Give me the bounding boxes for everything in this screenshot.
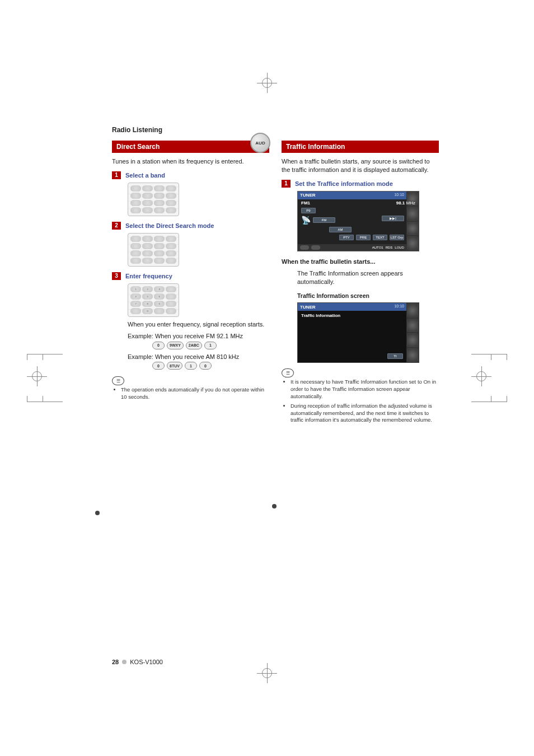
margin-dot (95, 511, 100, 515)
registration-mark (257, 663, 277, 683)
ss2-title: TUNER (300, 305, 316, 310)
note-icon (112, 376, 124, 385)
traffic-info-column: Traffic Information When a traffic bulle… (282, 141, 439, 426)
key: 2ABC (186, 342, 202, 349)
direct-search-header: Direct Search AUD (112, 141, 269, 153)
margin-dot (272, 504, 277, 508)
ss-loud: LOUD (395, 246, 404, 249)
ti-screenshot: TUNER 10:10 Traffic Information TI (297, 302, 419, 363)
ss2-body: Traffic Information (298, 311, 419, 320)
direct-search-intro: Tunes in a station when its frequency is… (112, 157, 269, 166)
traffic-intro: When a traffic bulletin starts, any sour… (282, 157, 439, 174)
right-notes: It is necessary to have Traffic Informat… (291, 379, 439, 424)
ss2-time: 10:10 (393, 303, 405, 309)
step-1-badge: 1 (112, 171, 121, 179)
ti-screen-label: Traffic Information screen (297, 292, 439, 299)
ss-preset: P9 (301, 208, 316, 213)
step-2-label: Select the Direct Search mode (125, 222, 214, 229)
key: 0 (152, 362, 165, 370)
key: 1 (204, 342, 217, 349)
traffic-step-label: Set the Traffice information mode (295, 180, 393, 187)
key: 8TUV (167, 362, 182, 370)
step-3-badge: 3 (112, 272, 121, 280)
traffic-step-badge: 1 (282, 180, 291, 188)
fm-button: FM (313, 217, 335, 223)
ss2-side-icons (406, 303, 419, 362)
ss-unit: MHz (406, 200, 415, 206)
ss-title: TUNER (300, 193, 316, 198)
remote-illustration-3: 123 456 789 0 (128, 283, 179, 317)
antenna-icon: 📡 (301, 216, 311, 225)
fm-key-row: 0 9WXY 2ABC 1 (152, 342, 269, 349)
step-2-badge: 2 (112, 222, 121, 230)
left-notes: The operation ends automatically if you … (121, 386, 269, 401)
example-am: Example: When you receive AM 810 kHz (128, 353, 269, 361)
page-footer: 28 KOS-V1000 (112, 659, 163, 665)
bulletin-body: The Traffic Information screen appears a… (297, 269, 439, 286)
ss-btn: PRE (356, 235, 371, 240)
model-name: KOS-V1000 (130, 659, 163, 665)
ss-time: 10:10 (393, 192, 405, 198)
ss-btn: TEXT (373, 235, 387, 240)
freq-note: When you enter frequency, signal recepti… (128, 320, 269, 329)
step-1-label: Select a band (125, 172, 165, 179)
bulletin-heading: When the traffic bulletin starts... (282, 258, 439, 265)
key: 0 (152, 342, 165, 349)
am-key-row: 0 8TUV 1 0 (152, 362, 269, 370)
am-button: AM (329, 227, 352, 232)
direct-search-column: Direct Search AUD Tunes in a station whe… (112, 141, 269, 426)
ss-rds: RDS (386, 246, 393, 249)
ss-freq: 98.1 (396, 200, 405, 206)
step-3-label: Enter frequency (125, 273, 172, 279)
key: 0 (199, 362, 212, 370)
example-fm: Example: When you receive FM 92.1 MHz (128, 332, 269, 340)
direct-search-title: Direct Search (116, 143, 160, 151)
traffic-title: Traffic Information (286, 143, 345, 151)
ss-band: FM1 (301, 200, 310, 206)
key: 1 (185, 362, 197, 370)
note-item: It is necessary to have Traffic Informat… (291, 379, 439, 400)
seek-button: ▶▶| (382, 216, 404, 221)
bullet-icon (122, 660, 127, 664)
ss-btn: PTY (339, 235, 354, 240)
ss-btn: LST Grp (390, 235, 404, 240)
remote-illustration-2 (128, 233, 179, 267)
tuner-screenshot: TUNER 10:10 FM1 98.1 MHz P9 (297, 191, 419, 251)
section-title: Radio Listening (112, 126, 439, 134)
key: 9WXY (167, 342, 184, 349)
traffic-header: Traffic Information (282, 141, 439, 153)
note-item: The operation ends automatically if you … (121, 386, 269, 401)
note-icon (282, 368, 294, 377)
ss-auto: AUTO1 (372, 246, 383, 249)
ss-footer: AUTO1 RDS LOUD (298, 244, 406, 251)
remote-illustration-1 (128, 183, 179, 216)
note-item: During reception of traffic information … (291, 403, 439, 424)
page-number: 28 (112, 659, 119, 665)
ti-button: TI (387, 353, 403, 359)
aud-icon: AUD (250, 133, 270, 153)
